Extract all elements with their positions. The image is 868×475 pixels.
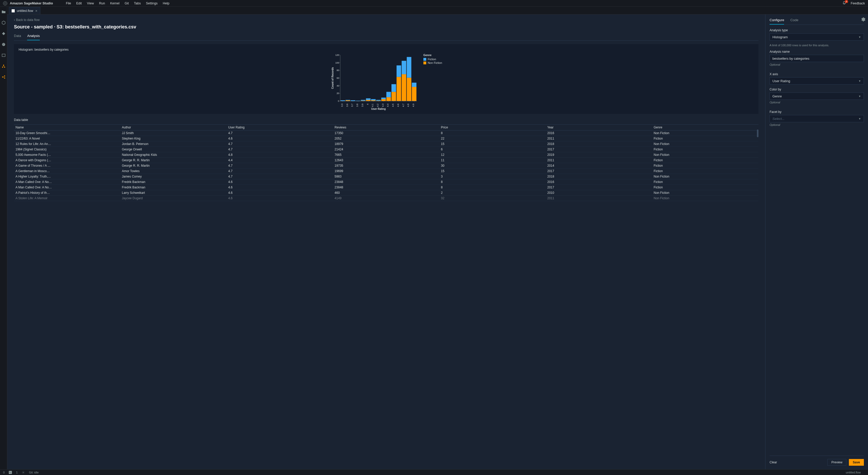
menu-help[interactable]: Help xyxy=(160,2,172,5)
table-row[interactable]: A Man Called Ove: A No…Fredrik Backman4.… xyxy=(14,179,758,185)
svg-rect-49 xyxy=(401,61,406,74)
tab-code[interactable]: Code xyxy=(790,18,798,25)
panel-icon[interactable] xyxy=(2,53,6,57)
svg-text:3.8: 3.8 xyxy=(356,103,359,107)
svg-rect-30 xyxy=(350,100,355,101)
chart-title: Histogram: bestsellers by categories xyxy=(19,48,754,52)
svg-rect-53 xyxy=(412,83,416,87)
svg-rect-45 xyxy=(392,84,396,92)
page-title: Source - sampled · S3: bestsellers_with_… xyxy=(14,24,758,30)
chevron-down-icon: ▼ xyxy=(859,117,861,120)
nodes-icon[interactable] xyxy=(2,64,6,68)
menu-view[interactable]: View xyxy=(85,2,97,5)
menu-settings[interactable]: Settings xyxy=(144,2,160,5)
svg-text:80: 80 xyxy=(337,69,339,71)
svg-text:4: 4 xyxy=(366,103,369,105)
tab-configure[interactable]: Configure xyxy=(770,18,784,25)
svg-text:3.7: 3.7 xyxy=(351,103,353,107)
menu-kernel[interactable]: Kernel xyxy=(107,2,122,5)
table-row[interactable]: 11/22/63: A NovelStephen King4.620522220… xyxy=(14,136,758,141)
table-row[interactable]: A Patriot's History of th…Larry Schweika… xyxy=(14,190,758,196)
tab-label: untitled.flow xyxy=(17,9,33,13)
svg-rect-35 xyxy=(366,98,370,100)
table-row[interactable]: 10-Day Green Smoothi…JJ Smith4.717350820… xyxy=(14,130,758,136)
svg-rect-27 xyxy=(340,100,345,101)
file-tab[interactable]: untitled.flow × xyxy=(9,7,40,14)
svg-rect-40 xyxy=(381,99,386,101)
menu-file[interactable]: File xyxy=(63,2,74,5)
table-row[interactable]: 5,000 Awesome Facts (…National Geographi… xyxy=(14,152,758,158)
table-row[interactable]: 12 Rules for Life: An An…Jordan B. Peter… xyxy=(14,141,758,147)
chevron-down-icon: ▼ xyxy=(859,80,861,83)
terminal-icon[interactable] xyxy=(9,471,12,474)
input-analysis-name[interactable] xyxy=(770,55,864,62)
tab-data[interactable]: Data xyxy=(14,34,21,40)
svg-rect-37 xyxy=(371,99,376,100)
svg-text:4.4: 4.4 xyxy=(386,103,389,107)
select-x-axis[interactable]: User Rating▼ xyxy=(770,77,864,85)
table-row[interactable]: A Gentleman in Mosco…Amor Towles4.719699… xyxy=(14,169,758,174)
menu-edit[interactable]: Edit xyxy=(74,2,85,5)
table-row[interactable]: A Stolen Life: A MemoirJaycee Dugard4.64… xyxy=(14,196,758,201)
save-button[interactable]: Save xyxy=(849,459,864,466)
svg-point-3 xyxy=(3,44,3,44)
scrollbar-thumb[interactable] xyxy=(757,129,758,137)
svg-point-4 xyxy=(4,44,4,44)
share-icon[interactable] xyxy=(2,75,6,79)
palette-icon[interactable] xyxy=(2,42,6,47)
clear-button[interactable]: Clear xyxy=(770,461,777,464)
svg-text:20: 20 xyxy=(337,92,339,95)
app-title: Amazon SageMaker Studio xyxy=(10,1,53,5)
column-header[interactable]: Author xyxy=(120,124,227,130)
svg-text:4.9: 4.9 xyxy=(412,103,414,107)
table-row[interactable]: A Man Called Ove: A No…Fredrik Backman4.… xyxy=(14,185,758,190)
column-header[interactable]: Genre xyxy=(652,124,758,130)
activity-rail xyxy=(0,7,7,469)
feedback-link[interactable]: Feedback xyxy=(851,2,865,5)
tab-bar: untitled.flow × xyxy=(7,7,868,14)
git-status[interactable]: Git: idle xyxy=(29,471,38,474)
select-color-by[interactable]: Genre▼ xyxy=(770,92,864,100)
menu-git[interactable]: Git xyxy=(122,2,131,5)
preview-button[interactable]: Preview xyxy=(828,459,846,466)
back-link[interactable]: ‹ Back to data flow xyxy=(14,18,758,22)
column-header[interactable]: Name xyxy=(14,124,120,130)
table-row[interactable]: A Higher Loyalty: Truth,…James Comey4.75… xyxy=(14,174,758,179)
menu-run[interactable]: Run xyxy=(96,2,107,5)
histogram-plot: 0204060801001203.33.63.73.83.944.14.24.3… xyxy=(331,54,418,110)
status-zero[interactable]: 0 xyxy=(3,471,5,474)
column-header[interactable]: User Rating xyxy=(226,124,333,130)
status-one[interactable]: 1 xyxy=(16,471,18,474)
table-row[interactable]: 1984 (Signet Classics)George Orwell4.721… xyxy=(14,147,758,152)
column-header[interactable]: Reviews xyxy=(333,124,439,130)
data-table-title: Data table xyxy=(14,118,758,122)
svg-rect-39 xyxy=(376,100,381,101)
chevron-down-icon: ▼ xyxy=(859,95,861,98)
table-row[interactable]: A Game of Thrones / A …George R. R. Mart… xyxy=(14,163,758,169)
folder-icon[interactable] xyxy=(2,10,6,14)
select-facet-by[interactable]: Select...▼ xyxy=(770,115,864,122)
config-panel: Configure Code Analysis type Histogram▼ … xyxy=(765,14,868,469)
main-pane: ‹ Back to data flow Source - sampled · S… xyxy=(7,14,765,469)
menu-tabs[interactable]: Tabs xyxy=(131,2,144,5)
content-tabs: Data Analysis xyxy=(14,34,758,40)
diamond-icon[interactable] xyxy=(2,32,6,36)
svg-marker-1 xyxy=(2,32,5,35)
svg-rect-46 xyxy=(397,77,401,101)
notifications-icon[interactable]: 4 xyxy=(842,1,846,5)
status-gear-icon[interactable] xyxy=(22,471,25,474)
table-row[interactable]: A Dance with Dragons (…George R. R. Mart… xyxy=(14,158,758,163)
close-icon[interactable]: × xyxy=(35,9,37,13)
svg-text:0: 0 xyxy=(338,100,339,102)
svg-text:3.9: 3.9 xyxy=(361,103,364,107)
select-analysis-type[interactable]: Histogram▼ xyxy=(770,33,864,40)
column-header[interactable]: Price xyxy=(439,124,546,130)
svg-rect-33 xyxy=(361,100,366,101)
hexagon-icon[interactable] xyxy=(2,21,6,25)
gear-icon[interactable] xyxy=(861,17,865,23)
svg-text:4.5: 4.5 xyxy=(392,103,394,107)
column-header[interactable]: Year xyxy=(546,124,652,130)
flow-file-icon xyxy=(11,9,15,12)
tab-analysis[interactable]: Analysis xyxy=(27,34,39,40)
status-bar: 0 1 Git: idle untitled.flow xyxy=(0,469,868,475)
